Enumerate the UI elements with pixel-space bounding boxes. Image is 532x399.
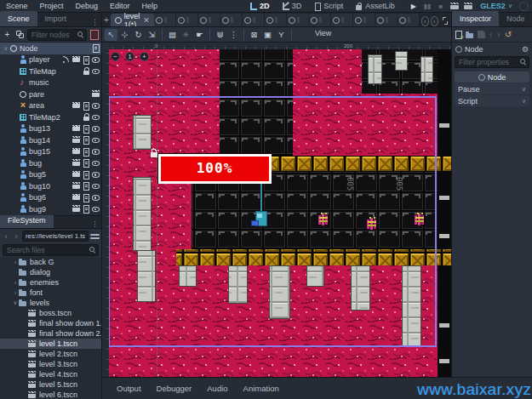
- tools-icon[interactable]: ⚙: [522, 45, 529, 54]
- script-icon[interactable]: [83, 193, 90, 202]
- dock-menu-dots-icon[interactable]: ⋮: [89, 18, 101, 26]
- scene-tree-row[interactable]: music: [0, 77, 101, 89]
- script-icon[interactable]: [83, 170, 90, 179]
- ruler-left[interactable]: [102, 43, 109, 377]
- new-scene-tab-button[interactable]: +: [102, 14, 111, 26]
- current-path-field[interactable]: [22, 231, 89, 242]
- scene-tree-row[interactable]: bug15: [0, 146, 101, 158]
- stop-button[interactable]: ■: [434, 1, 447, 12]
- workspace-button[interactable]: Script: [308, 0, 348, 12]
- history-back-button[interactable]: ‹: [489, 30, 493, 39]
- visibility-icon[interactable]: [92, 182, 100, 191]
- menu-item[interactable]: Scene: [0, 2, 34, 10]
- group-icon[interactable]: [72, 159, 80, 168]
- scene-tree-row[interactable]: bug13: [0, 123, 101, 135]
- visibility-icon[interactable]: [92, 113, 100, 122]
- filter-properties-input[interactable]: [457, 58, 520, 66]
- script-icon[interactable]: [83, 101, 90, 110]
- scene-tree-row[interactable]: TileMap2: [0, 111, 101, 123]
- menu-item[interactable]: Debug: [70, 2, 105, 10]
- lock-object-button[interactable]: ⊠: [248, 29, 260, 41]
- script-icon[interactable]: [83, 136, 90, 145]
- level-scene-render[interactable]: 005 005 100%: [102, 43, 451, 377]
- scene-tree-row[interactable]: player: [0, 54, 101, 66]
- file-row[interactable]: › enemies: [0, 277, 101, 288]
- scene-tree-row[interactable]: bug14: [0, 134, 101, 146]
- snap-options-button[interactable]: ⋓: [214, 29, 226, 41]
- menu-item[interactable]: Project: [34, 2, 70, 10]
- zoom-button[interactable]: +: [140, 52, 149, 61]
- select-tool[interactable]: ↖: [105, 29, 117, 41]
- group-icon[interactable]: [92, 90, 100, 99]
- expand-arrow-icon[interactable]: ∨: [12, 299, 19, 306]
- search-files-input[interactable]: [5, 246, 89, 254]
- scene-tab-collapsed[interactable]: [375, 14, 398, 26]
- visibility-icon[interactable]: [92, 124, 100, 133]
- file-row[interactable]: level 1.tscn: [0, 339, 101, 349]
- file-row[interactable]: final show down 1.tscn: [0, 318, 101, 328]
- lock-icon[interactable]: [83, 113, 90, 122]
- scene-tab-collapsed[interactable]: [398, 14, 420, 26]
- ruler-mode-tool[interactable]: ▤: [166, 29, 179, 41]
- renderer-dropdown[interactable]: GLES2: [480, 2, 506, 10]
- group-icon[interactable]: [72, 136, 80, 145]
- workspace-button[interactable]: 2D: [244, 0, 275, 12]
- file-row[interactable]: level 5.tscn: [0, 379, 101, 390]
- dock-tab[interactable]: Import: [37, 11, 75, 26]
- scale-tool[interactable]: ⇲: [146, 29, 158, 41]
- progress-banner[interactable]: 100%: [157, 153, 272, 184]
- file-row[interactable]: › font: [0, 288, 101, 298]
- file-row[interactable]: level 6.tscn: [0, 390, 101, 399]
- dock-tab[interactable]: Scene: [0, 11, 37, 26]
- visibility-icon[interactable]: [92, 205, 100, 214]
- group-icon[interactable]: [72, 101, 80, 110]
- scene-tree-row[interactable]: bug6: [0, 192, 101, 204]
- 2d-canvas-area[interactable]: 005 005 100%: [102, 43, 451, 377]
- file-row[interactable]: level 4.tscn: [0, 369, 101, 379]
- group-icon[interactable]: [72, 124, 80, 133]
- scene-tab-collapsed[interactable]: [265, 14, 287, 26]
- file-row[interactable]: level 3.tscn: [0, 359, 101, 369]
- signal-icon[interactable]: [63, 55, 71, 64]
- menu-item[interactable]: Help: [136, 2, 164, 10]
- bottom-panel-tab[interactable]: Debugger: [151, 382, 198, 395]
- visibility-icon[interactable]: [92, 55, 100, 64]
- scene-tab-collapsed[interactable]: [309, 14, 331, 26]
- move-tool[interactable]: ⊹: [118, 29, 131, 41]
- pan-tool[interactable]: ☛: [193, 29, 206, 41]
- script-icon[interactable]: [83, 205, 90, 214]
- scene-tab-collapsed[interactable]: [198, 14, 220, 26]
- play-button[interactable]: ▶: [407, 1, 420, 12]
- split-mode-icon[interactable]: [90, 231, 100, 241]
- scene-tree-row[interactable]: bug: [0, 157, 101, 169]
- file-row[interactable]: final show down 2.tsc: [0, 328, 101, 339]
- file-row[interactable]: level 2.tscn: [0, 349, 101, 359]
- scene-tree-row[interactable]: TileMap: [0, 66, 101, 77]
- load-resource-icon[interactable]: [466, 31, 474, 38]
- separator[interactable]: [162, 30, 163, 40]
- script-icon[interactable]: [83, 159, 90, 168]
- dock-menu-dots-icon[interactable]: ⋮: [89, 219, 101, 228]
- scene-tab-collapsed[interactable]: [220, 14, 243, 26]
- group-icon[interactable]: [72, 147, 80, 156]
- attach-script-button[interactable]: [89, 29, 100, 40]
- expand-arrow-icon[interactable]: ∨: [3, 45, 9, 52]
- scene-tab-collapsed[interactable]: [176, 14, 198, 26]
- group-icon[interactable]: [72, 182, 80, 191]
- view-menu-button[interactable]: View: [312, 29, 335, 37]
- script-icon[interactable]: [83, 147, 90, 156]
- scene-tree-row[interactable]: bug5: [0, 169, 101, 181]
- scene-tab-collapsed[interactable]: [243, 14, 265, 26]
- scene-tab-collapsed[interactable]: [287, 14, 309, 26]
- inspector-section[interactable]: Pause: [455, 83, 529, 94]
- play-custom-scene-button[interactable]: [461, 1, 474, 12]
- file-row[interactable]: › back G: [0, 257, 101, 267]
- bug-sprite[interactable]: [317, 213, 329, 226]
- script-icon[interactable]: [92, 44, 100, 53]
- lock-icon[interactable]: [83, 67, 90, 76]
- expand-arrow-icon[interactable]: ›: [12, 280, 19, 286]
- visibility-icon[interactable]: [92, 159, 100, 168]
- save-resource-icon[interactable]: [478, 31, 485, 38]
- menu-item[interactable]: Editor: [104, 2, 136, 10]
- scene-tree-row[interactable]: bug9: [0, 203, 101, 215]
